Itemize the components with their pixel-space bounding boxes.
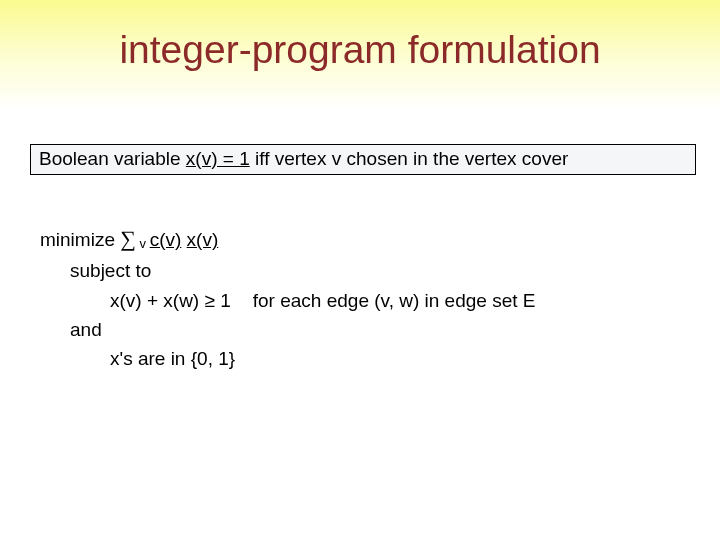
and-line: and: [40, 315, 535, 344]
sigma-icon: ∑: [120, 226, 136, 251]
sigma-sub: v: [136, 236, 150, 251]
slide-title: integer-program formulation: [0, 28, 720, 72]
def-pre: Boolean variable: [39, 148, 186, 169]
constraint-line: x(v) + x(w) ≥ 1for each edge (v, w) in e…: [40, 286, 535, 315]
constraint-rhs: for each edge (v, w) in edge set E: [253, 290, 536, 311]
obj-term-c: c(v): [150, 229, 182, 250]
formulation: minimize ∑ v c(v) x(v) subject to x(v) +…: [40, 222, 535, 374]
objective-line: minimize ∑ v c(v) x(v): [40, 222, 535, 256]
def-post: iff vertex v chosen in the vertex cover: [250, 148, 569, 169]
definition-box: Boolean variable x(v) = 1 iff vertex v c…: [30, 144, 696, 175]
obj-term-x: x(v): [187, 229, 219, 250]
subject-to-line: subject to: [40, 256, 535, 285]
def-var: x(v) = 1: [186, 148, 250, 169]
domain-line: x's are in {0, 1}: [40, 344, 535, 373]
minimize-label: minimize: [40, 229, 120, 250]
constraint-lhs: x(v) + x(w) ≥ 1: [110, 290, 231, 311]
slide: integer-program formulation Boolean vari…: [0, 0, 720, 540]
